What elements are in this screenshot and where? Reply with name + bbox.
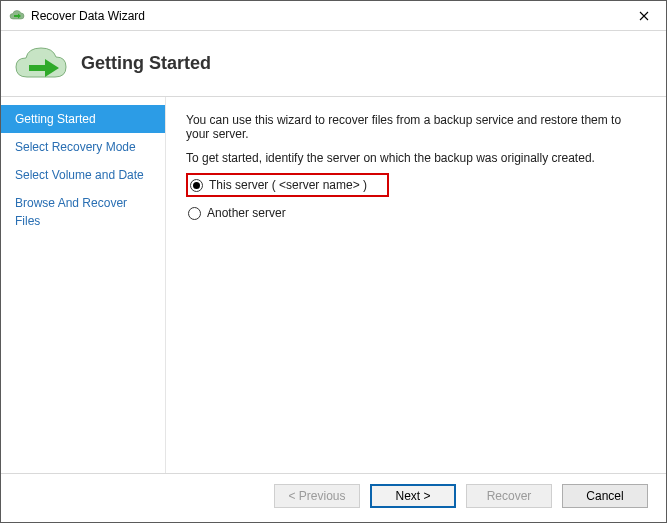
next-button[interactable]: Next > <box>370 484 456 508</box>
radio-option-this-server[interactable]: This server ( <server name> ) <box>186 173 389 197</box>
step-browse-and-recover-files[interactable]: Browse And Recover Files <box>1 189 165 235</box>
radio-label-this-server: This server ( <server name> ) <box>209 178 367 192</box>
wizard-footer: < Previous Next > Recover Cancel <box>1 473 666 522</box>
window-title: Recover Data Wizard <box>31 9 145 23</box>
wizard-steps-sidebar: Getting Started Select Recovery Mode Sel… <box>1 97 166 473</box>
recover-button: Recover <box>466 484 552 508</box>
server-radio-group: This server ( <server name> ) Another se… <box>186 173 646 223</box>
step-getting-started[interactable]: Getting Started <box>1 105 165 133</box>
cancel-button[interactable]: Cancel <box>562 484 648 508</box>
radio-label-another-server: Another server <box>207 206 286 220</box>
intro-text: You can use this wizard to recover files… <box>186 113 646 141</box>
titlebar-left: Recover Data Wizard <box>9 8 145 24</box>
radio-icon <box>188 207 201 220</box>
wizard-content: You can use this wizard to recover files… <box>166 97 666 473</box>
instruction-text: To get started, identify the server on w… <box>186 151 646 165</box>
previous-button: < Previous <box>274 484 360 508</box>
titlebar: Recover Data Wizard <box>1 1 666 31</box>
step-select-volume-and-date[interactable]: Select Volume and Date <box>1 161 165 189</box>
step-select-recovery-mode[interactable]: Select Recovery Mode <box>1 133 165 161</box>
radio-option-another-server[interactable]: Another server <box>186 203 646 223</box>
cloud-recover-large-icon <box>13 43 69 85</box>
wizard-header: Getting Started <box>1 31 666 97</box>
wizard-window: Recover Data Wizard Getting Started Gett… <box>0 0 667 523</box>
radio-icon <box>190 179 203 192</box>
close-button[interactable] <box>621 1 666 30</box>
close-icon <box>639 11 649 21</box>
cloud-recover-icon <box>9 8 25 24</box>
wizard-body: Getting Started Select Recovery Mode Sel… <box>1 97 666 473</box>
page-title: Getting Started <box>81 53 211 74</box>
